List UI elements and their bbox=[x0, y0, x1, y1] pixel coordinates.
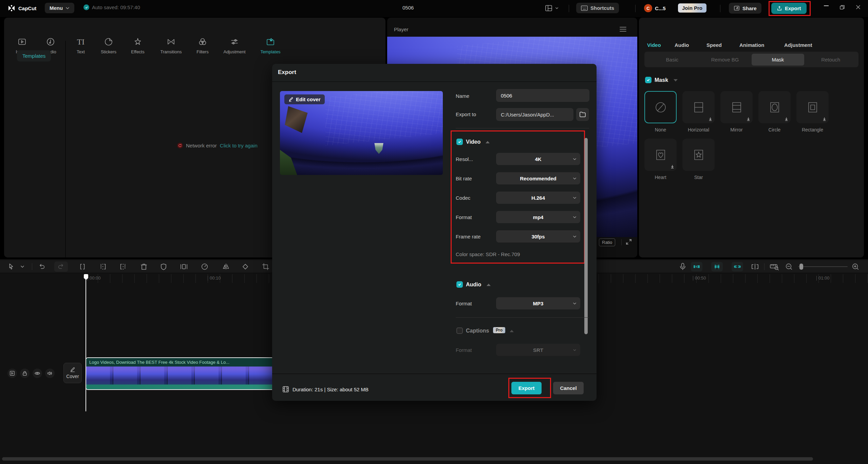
fit-timeline-button[interactable] bbox=[770, 260, 779, 273]
toolbar-item-filters[interactable]: Filters bbox=[187, 37, 218, 54]
preview-axis-button[interactable] bbox=[751, 260, 759, 273]
toolbar-item-adjustment[interactable]: Adjustment bbox=[219, 37, 250, 54]
tab-adjustment[interactable]: Adjustment bbox=[784, 42, 812, 48]
subtab-remove-bg[interactable]: Remove BG bbox=[699, 54, 752, 66]
delete-button[interactable] bbox=[140, 260, 147, 273]
share-button[interactable]: Share bbox=[729, 3, 761, 14]
resolution-dropdown[interactable]: 4K bbox=[496, 153, 580, 165]
zoom-out-button[interactable] bbox=[785, 260, 793, 273]
timeline-zoom-slider[interactable] bbox=[798, 266, 848, 267]
subtab-mask[interactable]: Mask bbox=[752, 54, 805, 66]
select-tool-caret[interactable] bbox=[20, 260, 24, 273]
fullscreen-button[interactable] bbox=[625, 238, 632, 245]
mask-option-label: Rectangle bbox=[796, 127, 829, 132]
edit-cover-button[interactable]: Edit cover bbox=[284, 94, 325, 104]
captions-collapse-caret[interactable] bbox=[510, 330, 514, 332]
retry-link[interactable]: Click to try again bbox=[220, 143, 258, 148]
split-right-button[interactable] bbox=[119, 260, 127, 273]
tab-speed[interactable]: Speed bbox=[706, 42, 722, 48]
audio-icon bbox=[46, 37, 55, 46]
mask-collapse-caret[interactable] bbox=[674, 79, 678, 82]
hide-track-button[interactable] bbox=[33, 369, 42, 378]
auto-ripple-toggle[interactable] bbox=[691, 262, 702, 271]
mask-option-horizontal[interactable] bbox=[682, 91, 715, 123]
mask-option-circle[interactable] bbox=[758, 91, 791, 123]
tab-video[interactable]: Video bbox=[647, 42, 661, 48]
toolbar-item-text[interactable]: TI Text bbox=[65, 37, 96, 54]
codec-dropdown[interactable]: H.264 bbox=[496, 192, 580, 204]
split-at-playhead-toggle[interactable] bbox=[711, 262, 723, 271]
video-collapse-caret[interactable] bbox=[486, 141, 490, 143]
mirror-button[interactable] bbox=[222, 260, 230, 273]
audio-checkbox[interactable] bbox=[456, 281, 463, 288]
toolbar-item-templates[interactable]: Templates bbox=[255, 37, 286, 54]
audio-collapse-caret[interactable] bbox=[487, 284, 491, 286]
name-input[interactable] bbox=[496, 89, 589, 102]
captions-checkbox[interactable] bbox=[456, 327, 463, 334]
shortcuts-button[interactable]: Shortcuts bbox=[576, 3, 619, 13]
freeze-frame-button[interactable] bbox=[180, 260, 188, 273]
ruler-zoom-icon bbox=[770, 263, 779, 270]
mask-option-rectangle[interactable] bbox=[796, 91, 829, 123]
split-button[interactable] bbox=[79, 260, 86, 273]
layout-switcher[interactable] bbox=[545, 4, 559, 12]
mask-option-star[interactable] bbox=[682, 139, 715, 171]
split-left-button[interactable] bbox=[99, 260, 107, 273]
toolbar-item-stickers[interactable]: Stickers bbox=[93, 37, 124, 54]
export-path-input[interactable] bbox=[496, 108, 573, 121]
minimize-button[interactable] bbox=[824, 5, 829, 6]
browse-folder-button[interactable] bbox=[576, 108, 589, 121]
record-voiceover-button[interactable] bbox=[679, 260, 686, 273]
select-tool-button[interactable] bbox=[7, 260, 15, 273]
restore-button[interactable] bbox=[839, 4, 845, 10]
templates-tab[interactable]: Templates bbox=[17, 50, 51, 61]
video-checkbox[interactable] bbox=[456, 139, 463, 145]
mask-option-heart[interactable] bbox=[644, 139, 677, 171]
toolbar-item-effects[interactable]: Effects bbox=[122, 37, 153, 54]
export-top-label: Export bbox=[785, 5, 801, 11]
cover-preview[interactable]: Edit cover bbox=[280, 91, 443, 175]
mute-track-button[interactable] bbox=[160, 260, 167, 273]
dialog-cancel-button[interactable]: Cancel bbox=[553, 382, 584, 394]
subtab-basic[interactable]: Basic bbox=[646, 54, 699, 66]
speed-button[interactable] bbox=[201, 260, 208, 273]
ruler-label: 01:00 bbox=[816, 276, 830, 281]
keyframe-button[interactable] bbox=[242, 260, 249, 273]
mask-checkbox[interactable] bbox=[645, 77, 652, 83]
bitrate-dropdown[interactable]: Recommended bbox=[496, 172, 580, 184]
mask-option-mirror[interactable] bbox=[720, 91, 753, 123]
export-top-button[interactable]: Export bbox=[771, 3, 807, 14]
format-dropdown[interactable]: mp4 bbox=[496, 211, 580, 223]
account-chip[interactable]: C C...5 bbox=[644, 4, 666, 12]
menu-button[interactable]: Menu bbox=[45, 3, 74, 13]
zoom-in-button[interactable] bbox=[852, 260, 859, 273]
framerate-dropdown[interactable]: 30fps bbox=[496, 230, 580, 243]
mask-option-none[interactable] bbox=[644, 91, 677, 123]
toolbar-item-transitions[interactable]: Transitions bbox=[156, 37, 186, 54]
templates-icon bbox=[266, 37, 275, 46]
player-menu-button[interactable] bbox=[619, 26, 627, 32]
tab-audio[interactable]: Audio bbox=[675, 42, 689, 48]
zoom-slider-thumb[interactable] bbox=[799, 264, 803, 270]
chevron-down-icon bbox=[573, 235, 577, 238]
tab-animation[interactable]: Animation bbox=[739, 42, 764, 48]
link-clips-toggle[interactable] bbox=[732, 262, 743, 271]
playhead-line[interactable] bbox=[86, 279, 86, 411]
audio-format-dropdown[interactable]: MP3 bbox=[496, 297, 580, 309]
crop-button[interactable] bbox=[262, 260, 269, 273]
redo-button[interactable] bbox=[54, 262, 68, 272]
undo-button[interactable] bbox=[38, 260, 45, 273]
share-icon bbox=[734, 5, 740, 11]
lock-track-button[interactable] bbox=[20, 369, 30, 378]
timeline-clip[interactable]: Logo Videos, Download The BEST Free 4k S… bbox=[86, 357, 278, 390]
mute-track-toggle[interactable] bbox=[45, 369, 55, 378]
horizontal-scrollbar[interactable] bbox=[2, 457, 813, 461]
cover-button[interactable]: Cover bbox=[63, 363, 82, 383]
subtab-retouch[interactable]: Retouch bbox=[804, 54, 857, 66]
dialog-scrollbar[interactable] bbox=[584, 138, 588, 334]
close-button[interactable] bbox=[856, 5, 861, 10]
main-track-indicator[interactable] bbox=[7, 369, 17, 378]
dialog-export-button[interactable]: Export bbox=[511, 382, 542, 394]
join-pro-button[interactable]: Join Pro bbox=[678, 3, 706, 13]
ratio-button[interactable]: Ratio bbox=[599, 238, 615, 246]
